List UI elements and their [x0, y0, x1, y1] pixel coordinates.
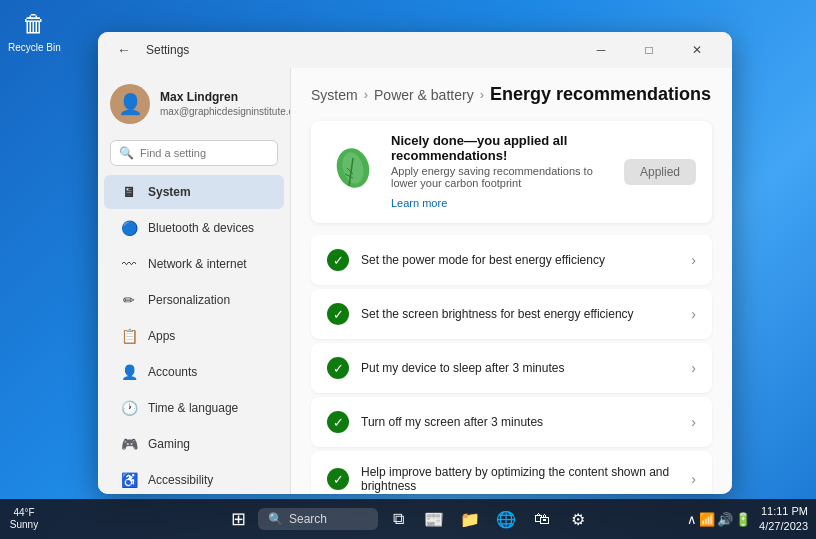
leaf-icon [327, 146, 379, 198]
rec-label-4: Help improve battery by optimizing the c… [361, 465, 679, 493]
search-input[interactable] [140, 147, 269, 159]
edge-button[interactable]: 🌐 [490, 503, 522, 535]
widgets-button[interactable]: 📰 [418, 503, 450, 535]
check-icon-2: ✓ [327, 357, 349, 379]
avatar: 👤 [110, 84, 150, 124]
sidebar-item-personalization[interactable]: ✏ Personalization [104, 283, 284, 317]
breadcrumb-system[interactable]: System [311, 87, 358, 103]
weather-temp: 44°F [10, 507, 38, 519]
rec-label-1: Set the screen brightness for best energ… [361, 307, 679, 321]
recommendation-item-4[interactable]: ✓ Help improve battery by optimizing the… [311, 451, 712, 494]
learn-more-link[interactable]: Learn more [391, 197, 447, 209]
clock-date: 4/27/2023 [759, 519, 808, 534]
settings-taskbar-button[interactable]: ⚙ [562, 503, 594, 535]
start-button[interactable]: ⊞ [222, 503, 254, 535]
bluetooth-icon: 🔵 [120, 219, 138, 237]
recommendation-item-1[interactable]: ✓ Set the screen brightness for best ene… [311, 289, 712, 339]
rec-label-3: Turn off my screen after 3 minutes [361, 415, 679, 429]
gaming-icon: 🎮 [120, 435, 138, 453]
user-profile[interactable]: 👤 Max Lindgren max@graphicdesigninstitut… [98, 76, 290, 136]
sidebar-item-accounts-label: Accounts [148, 365, 197, 379]
system-icon: 🖥 [120, 183, 138, 201]
window-title: Settings [146, 43, 570, 57]
sidebar-item-time-label: Time & language [148, 401, 238, 415]
recycle-bin[interactable]: 🗑 Recycle Bin [8, 8, 61, 53]
apps-icon: 📋 [120, 327, 138, 345]
sidebar-item-bluetooth-label: Bluetooth & devices [148, 221, 254, 235]
explorer-button[interactable]: 📁 [454, 503, 486, 535]
sidebar-search-container: 🔍 [110, 140, 278, 166]
back-button[interactable]: ← [110, 36, 138, 64]
main-panel: System › Power & battery › Energy recomm… [290, 68, 732, 494]
clock-time: 11:11 PM [759, 504, 808, 519]
check-icon-0: ✓ [327, 249, 349, 271]
task-view-button[interactable]: ⧉ [382, 503, 414, 535]
user-info: Max Lindgren max@graphicdesigninstitute.… [160, 90, 290, 119]
sidebar-item-apps[interactable]: 📋 Apps [104, 319, 284, 353]
recycle-bin-icon: 🗑 [18, 8, 50, 40]
title-bar: ← Settings ─ □ ✕ [98, 32, 732, 68]
chevron-right-icon-1: › [691, 306, 696, 322]
network-icon: 〰 [120, 255, 138, 273]
sidebar-item-time[interactable]: 🕐 Time & language [104, 391, 284, 425]
chevron-right-icon-0: › [691, 252, 696, 268]
recycle-bin-label: Recycle Bin [8, 42, 61, 53]
sidebar-item-apps-label: Apps [148, 329, 175, 343]
applied-banner: Nicely done—you applied all recommendati… [311, 121, 712, 223]
taskbar-search[interactable]: 🔍 Search [258, 508, 378, 530]
content-area: 👤 Max Lindgren max@graphicdesigninstitut… [98, 68, 732, 494]
applied-button[interactable]: Applied [624, 159, 696, 185]
close-button[interactable]: ✕ [674, 34, 720, 66]
check-icon-1: ✓ [327, 303, 349, 325]
breadcrumb-sep-1: › [364, 87, 368, 102]
check-icon-4: ✓ [327, 468, 349, 490]
sidebar-item-system[interactable]: 🖥 System [104, 175, 284, 209]
recommendation-item-2[interactable]: ✓ Put my device to sleep after 3 minutes… [311, 343, 712, 393]
recommendations-list: ✓ Set the power mode for best energy eff… [311, 235, 712, 494]
weather-widget[interactable]: 44°F Sunny [8, 503, 40, 535]
taskbar-search-icon: 🔍 [268, 512, 283, 526]
clock[interactable]: 11:11 PM 4/27/2023 [759, 504, 808, 535]
chevron-right-icon-3: › [691, 414, 696, 430]
personalization-icon: ✏ [120, 291, 138, 309]
sidebar: 👤 Max Lindgren max@graphicdesigninstitut… [98, 68, 290, 494]
taskbar: 44°F Sunny ⊞ 🔍 Search ⧉ 📰 📁 🌐 🛍 ⚙ ∧ 📶 🔊 [0, 499, 816, 539]
recommendation-item-3[interactable]: ✓ Turn off my screen after 3 minutes › [311, 397, 712, 447]
recommendation-item-0[interactable]: ✓ Set the power mode for best energy eff… [311, 235, 712, 285]
sidebar-item-network[interactable]: 〰 Network & internet [104, 247, 284, 281]
breadcrumb: System › Power & battery › Energy recomm… [311, 84, 712, 105]
window-controls: ─ □ ✕ [578, 34, 720, 66]
sidebar-item-system-label: System [148, 185, 191, 199]
battery-tray-icon[interactable]: 🔋 [735, 512, 751, 527]
rec-label-0: Set the power mode for best energy effic… [361, 253, 679, 267]
taskbar-left: 44°F Sunny [8, 503, 40, 535]
network-tray-icon[interactable]: 📶 [699, 512, 715, 527]
accounts-icon: 👤 [120, 363, 138, 381]
leaf-icon-container [327, 146, 379, 198]
user-email: max@graphicdesigninstitute.com [160, 105, 290, 118]
check-icon-3: ✓ [327, 411, 349, 433]
sidebar-item-personalization-label: Personalization [148, 293, 230, 307]
maximize-button[interactable]: □ [626, 34, 672, 66]
minimize-button[interactable]: ─ [578, 34, 624, 66]
time-icon: 🕐 [120, 399, 138, 417]
sidebar-item-accounts[interactable]: 👤 Accounts [104, 355, 284, 389]
system-tray: ∧ 📶 🔊 🔋 [687, 512, 751, 527]
banner-title: Nicely done—you applied all recommendati… [391, 133, 612, 163]
tray-up-icon[interactable]: ∧ [687, 512, 697, 527]
rec-label-2: Put my device to sleep after 3 minutes [361, 361, 679, 375]
store-button[interactable]: 🛍 [526, 503, 558, 535]
breadcrumb-power-battery[interactable]: Power & battery [374, 87, 474, 103]
taskbar-search-label: Search [289, 512, 327, 526]
weather-desc: Sunny [10, 519, 38, 531]
volume-tray-icon[interactable]: 🔊 [717, 512, 733, 527]
sidebar-item-bluetooth[interactable]: 🔵 Bluetooth & devices [104, 211, 284, 245]
sidebar-item-gaming[interactable]: 🎮 Gaming [104, 427, 284, 461]
banner-subtitle: Apply energy saving recommendations to l… [391, 165, 612, 189]
breadcrumb-current: Energy recommendations [490, 84, 711, 105]
taskbar-right: ∧ 📶 🔊 🔋 11:11 PM 4/27/2023 [687, 504, 808, 535]
settings-window: ← Settings ─ □ ✕ 👤 Max Lindgren max@grap… [98, 32, 732, 494]
sidebar-item-accessibility[interactable]: ♿ Accessibility [104, 463, 284, 494]
banner-text: Nicely done—you applied all recommendati… [391, 133, 612, 211]
breadcrumb-sep-2: › [480, 87, 484, 102]
